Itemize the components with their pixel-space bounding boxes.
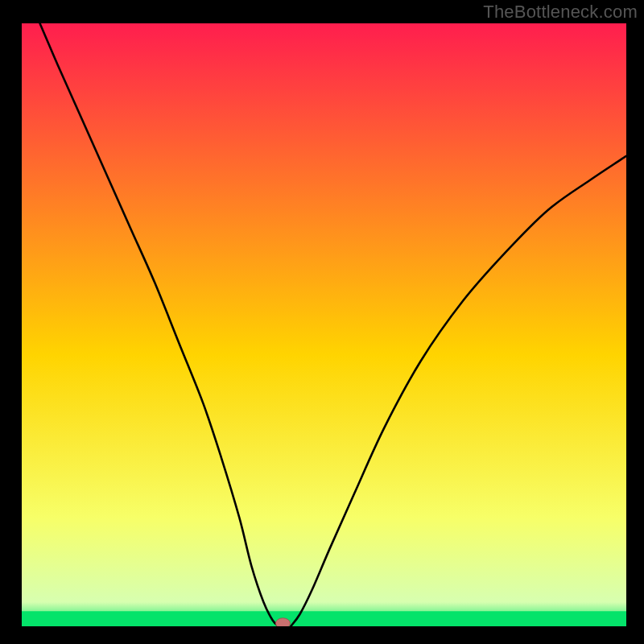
green-baseline-band	[22, 611, 626, 626]
watermark-label: TheBottleneck.com	[483, 2, 638, 23]
bottleneck-marker	[275, 618, 290, 629]
bottleneck-chart	[0, 0, 644, 644]
chart-frame: TheBottleneck.com	[0, 0, 644, 644]
plot-background	[22, 23, 626, 626]
